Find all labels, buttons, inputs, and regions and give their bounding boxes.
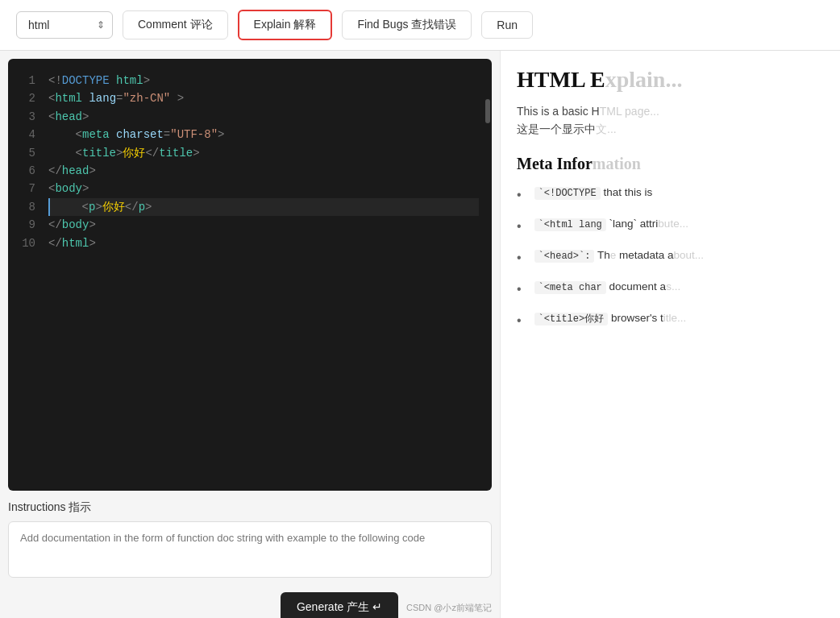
generate-bar: Generate 产生 ↵ CSDN @小z前端笔记 — [0, 587, 500, 618]
explain-intro: This is a basic HTML page... 这是一个显示中文... — [517, 102, 824, 139]
run-button[interactable]: Run — [481, 11, 533, 39]
language-select[interactable]: html javascript python css — [16, 11, 113, 39]
explain-title: HTML Explain... — [517, 67, 824, 93]
generate-label: Generate 产生 ↵ — [297, 600, 382, 615]
explain-item-1: `<!DOCTYPE that this is — [517, 185, 824, 205]
instructions-label: Instructions 指示 — [8, 500, 492, 515]
code-line-4: <meta charset="UTF-8"> — [48, 126, 479, 143]
code-line-10: </html> — [48, 234, 479, 252]
language-selector-wrapper: html javascript python css ⇕ — [16, 11, 113, 39]
instructions-input[interactable] — [8, 521, 492, 578]
code-line-2: <html lang="zh-CN" > — [48, 89, 479, 107]
code-area: 1 2 3 4 5 6 7 8 9 10 <!DOCTYPE html> — [8, 59, 492, 491]
explain-button[interactable]: Explain 解释 — [238, 10, 333, 40]
toolbar: html javascript python css ⇕ Comment 评论 … — [0, 0, 840, 51]
code-line-6: </head> — [48, 162, 479, 180]
code-line-5: <title>你好</title> — [48, 144, 479, 162]
line-numbers: 1 2 3 4 5 6 7 8 9 10 — [8, 72, 48, 478]
find-bugs-button[interactable]: Find Bugs 查找错误 — [342, 10, 472, 39]
explain-list: `<!DOCTYPE that this is `<html lang `lan… — [517, 185, 824, 330]
code-line-7: <body> — [48, 180, 479, 197]
explain-item-2: `<html lang `lang` attribute... — [517, 216, 824, 236]
explain-item-4: `<meta char document as... — [517, 279, 824, 299]
code-editor[interactable]: 1 2 3 4 5 6 7 8 9 10 <!DOCTYPE html> — [8, 59, 492, 491]
right-panel: HTML Explain... This is a basic HTML pag… — [500, 51, 840, 618]
generate-button[interactable]: Generate 产生 ↵ — [281, 592, 398, 618]
meta-info-title: Meta Information — [517, 155, 824, 173]
main-content: 1 2 3 4 5 6 7 8 9 10 <!DOCTYPE html> — [0, 51, 840, 618]
explain-item-5: `<title>你好 browser's title... — [517, 310, 824, 330]
watermark: CSDN @小z前端笔记 — [406, 602, 492, 614]
code-line-1: <!DOCTYPE html> — [48, 72, 479, 89]
left-panel: 1 2 3 4 5 6 7 8 9 10 <!DOCTYPE html> — [0, 51, 500, 618]
explain-item-3: `<head>`: The metadata about... — [517, 247, 824, 268]
code-line-3: <head> — [48, 108, 479, 126]
editor-scrollbar[interactable] — [485, 99, 490, 123]
code-content: <!DOCTYPE html> <html lang="zh-CN" > <he… — [48, 72, 492, 478]
code-line-9: </body> — [48, 216, 479, 234]
comment-button[interactable]: Comment 评论 — [123, 10, 228, 39]
code-line-8: <p>你好</p> — [48, 198, 479, 216]
instructions-section: Instructions 指示 — [0, 491, 500, 587]
